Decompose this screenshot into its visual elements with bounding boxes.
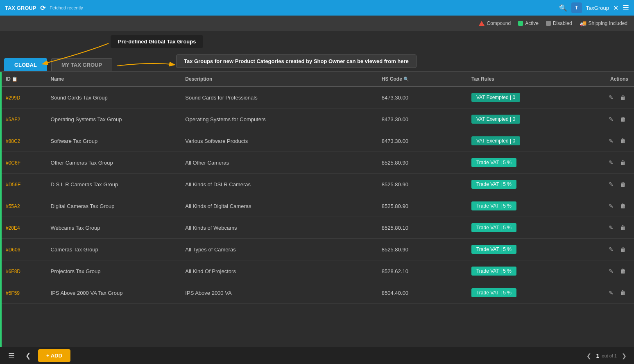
delete-button[interactable]: 🗑 [618,114,628,124]
cell-hs-code: 8525.80.90 [376,239,466,260]
cell-tax-rule: Trade VAT | 5 % [466,260,578,282]
cell-id: #D606 [0,239,45,260]
col-header-name: Name [45,72,180,86]
cell-tax-rule: Trade VAT | 5 % [466,217,578,239]
table-row: #299D Sound Cards Tax Group Sound Cards … [0,86,634,109]
menu-icon[interactable]: ☰ [623,3,629,12]
cell-hs-code: 8525.80.90 [376,174,466,195]
cell-actions: ✎ 🗑 [578,130,634,152]
left-accent-bar [0,72,2,347]
edit-button[interactable]: ✎ [606,201,616,211]
tabs-container: GLOBAL MY TAX GROUP [0,58,112,71]
tooltip-global: Pre-defined Global Tax Groups [111,35,203,48]
shipping-icon: 🚚 [580,20,586,27]
col-header-tax-rules: Tax Rules [466,72,578,86]
table-row: #D56E D S L R Cameras Tax Group All Kind… [0,174,634,195]
table-row: #55A2 Digital Cameras Tax Group All Kind… [0,195,634,217]
cell-id: #5F59 [0,282,45,304]
cell-description: Operating Systems for Computers [179,109,376,130]
cell-id: #5AF2 [0,109,45,130]
cell-tax-rule: Trade VAT | 5 % [466,174,578,195]
cell-tax-rule: VAT Exempted | 0 [466,86,578,109]
cell-hs-code: 8473.30.00 [376,86,466,109]
edit-button[interactable]: ✎ [606,158,616,167]
delete-button[interactable]: 🗑 [618,179,628,189]
table-row: #5F59 IPS Above 2000 VA Tax Group IPS Ab… [0,282,634,304]
cell-name: Cameras Tax Group [45,239,180,260]
cell-description: All Types of Cameras [179,239,376,260]
cell-name: Operating Systems Tax Group [45,109,180,130]
edit-button[interactable]: ✎ [606,136,616,146]
cell-id: #D56E [0,174,45,195]
table-row: #20E4 Webcams Tax Group All Kinds of Web… [0,217,634,239]
cell-hs-code: 8473.30.00 [376,130,466,152]
col-header-hs-code: HS Code 🔍 [376,72,466,86]
search-icon-top[interactable]: 🔍 [559,4,567,12]
cell-description: All Kinds of Webcams [179,217,376,239]
cell-name: Other Cameras Tax Group [45,152,180,174]
cell-actions: ✎ 🗑 [578,195,634,217]
cell-actions: ✎ 🗑 [578,109,634,130]
cell-id: #299D [0,86,45,109]
table-row: #6F8D Projectors Tax Group All Kind Of P… [0,260,634,282]
disabled-icon [546,21,551,26]
cell-id: #55A2 [0,195,45,217]
tooltip-mytaxgroup: Tax Groups for new Product Categories cr… [176,54,417,68]
cell-actions: ✎ 🗑 [578,174,634,195]
cell-tax-rule: VAT Exempted | 0 [466,130,578,152]
cell-id: #0C6F [0,152,45,174]
cell-name: IPS Above 2000 VA Tax Group [45,282,180,304]
edit-button[interactable]: ✎ [606,288,616,298]
username-label: TaxGroup [586,5,609,11]
tab-mytaxgroup[interactable]: MY TAX GROUP [51,58,112,71]
col-header-description: Description [179,72,376,86]
edit-button[interactable]: ✎ [606,114,616,124]
tab-global[interactable]: GLOBAL [4,58,47,71]
cell-description: All Kinds of Digital Cameras [179,195,376,217]
edit-button[interactable]: ✎ [606,266,616,276]
delete-button[interactable]: 🗑 [618,223,628,233]
cell-hs-code: 8504.40.00 [376,282,466,304]
cell-description: All Kind Of Projectors [179,260,376,282]
cell-actions: ✎ 🗑 [578,282,634,304]
delete-button[interactable]: 🗑 [618,266,628,276]
tax-groups-table: ID 📋 Name Description HS Code 🔍 Tax Rule… [0,72,634,304]
cell-actions: ✎ 🗑 [578,152,634,174]
legend-active: Active [518,20,539,26]
cell-name: Sound Cards Tax Group [45,86,180,109]
delete-button[interactable]: 🗑 [618,158,628,167]
app-title: TAX GROUP [5,5,36,11]
edit-button[interactable]: ✎ [606,244,616,254]
legend-disabled: Disabled [546,20,572,26]
cell-tax-rule: VAT Exempted | 0 [466,109,578,130]
cell-description: All Kinds of DSLR Cameras [179,174,376,195]
close-icon[interactable]: ✕ [613,4,618,12]
delete-button[interactable]: 🗑 [618,244,628,254]
delete-button[interactable]: 🗑 [618,201,628,211]
delete-button[interactable]: 🗑 [618,288,628,298]
table-row: #D606 Cameras Tax Group All Types of Cam… [0,239,634,260]
table-row: #88C2 Software Tax Group Various Softwar… [0,130,634,152]
table-row: #5AF2 Operating Systems Tax Group Operat… [0,109,634,130]
fetched-text: Fetched recently [50,5,83,10]
cell-id: #6F8D [0,260,45,282]
cell-actions: ✎ 🗑 [578,239,634,260]
legend-shipping: 🚚 Shipping Included [580,20,627,27]
edit-button[interactable]: ✎ [606,93,616,102]
edit-button[interactable]: ✎ [606,179,616,189]
compound-icon [479,21,485,26]
avatar: T [571,2,582,13]
cell-name: D S L R Cameras Tax Group [45,174,180,195]
legend-bar: Compound Active Disabled 🚚 Shipping Incl… [0,16,634,31]
cell-actions: ✎ 🗑 [578,86,634,109]
edit-button[interactable]: ✎ [606,223,616,233]
refresh-icon[interactable]: ⟳ [40,4,45,12]
delete-button[interactable]: 🗑 [618,136,628,146]
cell-hs-code: 8525.80.90 [376,195,466,217]
cell-actions: ✎ 🗑 [578,260,634,282]
cell-actions: ✎ 🗑 [578,217,634,239]
cell-hs-code: 8528.62.10 [376,260,466,282]
active-icon [518,21,523,26]
delete-button[interactable]: 🗑 [618,93,628,102]
cell-description: All Other Cameras [179,152,376,174]
